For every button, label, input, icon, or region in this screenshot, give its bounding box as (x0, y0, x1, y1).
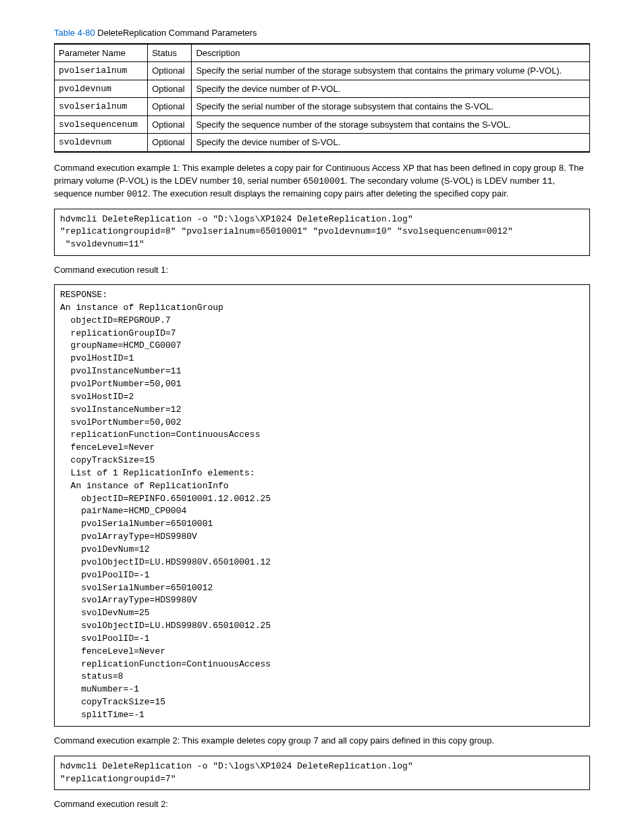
table-row: svolsequencenum Optional Specify the seq… (55, 115, 590, 134)
param-desc: Specify the device number of P-VOL. (192, 80, 590, 98)
param-name: svolserialnum (55, 98, 148, 116)
result2-label: Command execution result 2: (54, 798, 590, 810)
param-name: svolsequencenum (55, 115, 148, 134)
example1-paragraph: Command execution example 1: This exampl… (54, 162, 590, 201)
example2-command: hdvmcli DeleteReplication -o "D:\logs\XP… (54, 756, 590, 791)
table-title: DeleteReplication Command Parameters (95, 28, 257, 38)
table-caption: Table 4-80 DeleteReplication Command Par… (54, 27, 590, 39)
result1-label: Command execution result 1: (54, 264, 590, 276)
param-desc: Specify the serial number of the storage… (192, 98, 590, 116)
param-status: Optional (148, 115, 192, 134)
param-desc: Specify the device number of S-VOL. (192, 134, 590, 152)
table-header-row: Parameter Name Status Description (55, 44, 590, 62)
parameters-table: Parameter Name Status Description pvolse… (54, 43, 590, 153)
table-row: pvoldevnum Optional Specify the device n… (55, 80, 590, 98)
table-row: pvolserialnum Optional Specify the seria… (55, 62, 590, 80)
param-name: pvolserialnum (55, 62, 148, 80)
col-desc: Description (192, 44, 590, 62)
param-name: pvoldevnum (55, 80, 148, 98)
example1-result: RESPONSE: An instance of ReplicationGrou… (54, 284, 590, 727)
example1-command: hdvmcli DeleteReplication -o "D:\logs\XP… (54, 209, 590, 257)
table-row: svoldevnum Optional Specify the device n… (55, 134, 590, 152)
param-status: Optional (148, 80, 192, 98)
table-number: Table 4-80 (54, 28, 95, 38)
param-desc: Specify the sequence number of the stora… (192, 115, 590, 134)
example2-paragraph: Command execution example 2: This exampl… (54, 735, 590, 748)
param-status: Optional (148, 62, 192, 80)
param-desc: Specify the serial number of the storage… (192, 62, 590, 80)
param-name: svoldevnum (55, 134, 148, 152)
col-param: Parameter Name (55, 44, 148, 62)
col-status: Status (148, 44, 192, 62)
param-status: Optional (148, 98, 192, 116)
param-status: Optional (148, 134, 192, 152)
table-row: svolserialnum Optional Specify the seria… (55, 98, 590, 116)
